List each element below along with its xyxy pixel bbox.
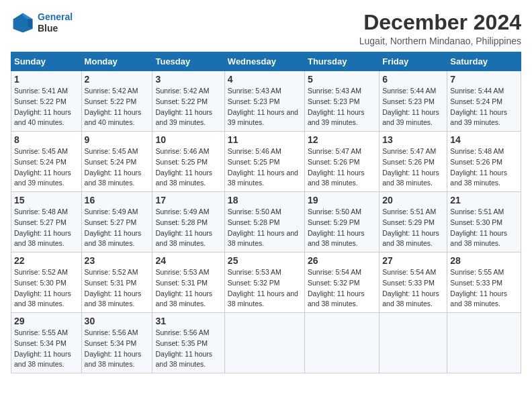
day-info: Sunrise: 5:45 AMSunset: 5:24 PMDaylight:…	[14, 146, 79, 189]
day-number: 21	[450, 195, 518, 205]
weekday-header: Thursday	[304, 52, 379, 71]
calendar-cell: 20 Sunrise: 5:51 AMSunset: 5:29 PMDaylig…	[380, 192, 447, 253]
calendar-cell: 31 Sunrise: 5:56 AMSunset: 5:35 PMDaylig…	[152, 313, 224, 373]
title-section: December 2024 Lugait, Northern Mindanao,…	[359, 11, 521, 46]
calendar-cell: 22 Sunrise: 5:52 AMSunset: 5:30 PMDaylig…	[11, 253, 82, 313]
weekday-header: Monday	[81, 52, 152, 71]
logo-text: General Blue	[38, 11, 73, 34]
header-row: SundayMondayTuesdayWednesdayThursdayFrid…	[11, 52, 521, 71]
day-info: Sunrise: 5:48 AMSunset: 5:26 PMDaylight:…	[450, 146, 518, 189]
calendar-week-row: 1 Sunrise: 5:41 AMSunset: 5:22 PMDayligh…	[11, 71, 521, 132]
day-number: 3	[155, 74, 221, 85]
calendar-cell: 29 Sunrise: 5:55 AMSunset: 5:34 PMDaylig…	[11, 313, 82, 373]
day-info: Sunrise: 5:47 AMSunset: 5:26 PMDaylight:…	[308, 146, 376, 189]
day-info: Sunrise: 5:43 AMSunset: 5:23 PMDaylight:…	[228, 86, 302, 128]
day-number: 18	[228, 195, 302, 205]
calendar-cell: 2 Sunrise: 5:42 AMSunset: 5:22 PMDayligh…	[81, 71, 152, 132]
day-number: 31	[155, 316, 221, 326]
day-info: Sunrise: 5:49 AMSunset: 5:27 PMDaylight:…	[85, 207, 150, 249]
day-number: 10	[155, 134, 221, 145]
weekday-header: Wednesday	[224, 52, 304, 71]
day-info: Sunrise: 5:50 AMSunset: 5:28 PMDaylight:…	[228, 207, 302, 249]
calendar-cell: 3 Sunrise: 5:42 AMSunset: 5:22 PMDayligh…	[152, 71, 224, 132]
calendar-cell: 27 Sunrise: 5:54 AMSunset: 5:33 PMDaylig…	[380, 253, 447, 313]
day-number: 26	[308, 255, 376, 266]
calendar-cell: 15 Sunrise: 5:48 AMSunset: 5:27 PMDaylig…	[11, 192, 82, 253]
calendar-cell: 19 Sunrise: 5:50 AMSunset: 5:29 PMDaylig…	[304, 192, 379, 253]
calendar-cell: 21 Sunrise: 5:51 AMSunset: 5:30 PMDaylig…	[447, 192, 521, 253]
day-number: 9	[85, 134, 150, 145]
day-info: Sunrise: 5:51 AMSunset: 5:29 PMDaylight:…	[382, 207, 444, 249]
calendar-cell: 8 Sunrise: 5:45 AMSunset: 5:24 PMDayligh…	[11, 132, 82, 192]
day-number: 22	[14, 255, 79, 266]
day-number: 23	[85, 255, 150, 266]
day-info: Sunrise: 5:53 AMSunset: 5:31 PMDaylight:…	[155, 267, 221, 310]
day-number: 6	[382, 74, 444, 85]
calendar-cell: 30 Sunrise: 5:56 AMSunset: 5:34 PMDaylig…	[81, 313, 152, 373]
weekday-header: Tuesday	[152, 52, 224, 71]
calendar-cell: 11 Sunrise: 5:46 AMSunset: 5:25 PMDaylig…	[224, 132, 304, 192]
calendar-week-row: 8 Sunrise: 5:45 AMSunset: 5:24 PMDayligh…	[11, 132, 521, 192]
calendar-table: SundayMondayTuesdayWednesdayThursdayFrid…	[11, 52, 521, 373]
day-info: Sunrise: 5:44 AMSunset: 5:24 PMDaylight:…	[450, 86, 518, 128]
weekday-header: Friday	[380, 52, 447, 71]
day-number: 11	[228, 134, 302, 145]
day-info: Sunrise: 5:45 AMSunset: 5:24 PMDaylight:…	[85, 146, 150, 189]
day-number: 27	[382, 255, 444, 266]
calendar-cell: 28 Sunrise: 5:55 AMSunset: 5:33 PMDaylig…	[447, 253, 521, 313]
page-header: General Blue December 2024 Lugait, North…	[11, 11, 521, 46]
calendar-cell: 24 Sunrise: 5:53 AMSunset: 5:31 PMDaylig…	[152, 253, 224, 313]
day-info: Sunrise: 5:43 AMSunset: 5:23 PMDaylight:…	[308, 86, 376, 128]
calendar-cell: 25 Sunrise: 5:53 AMSunset: 5:32 PMDaylig…	[224, 253, 304, 313]
calendar-cell: 18 Sunrise: 5:50 AMSunset: 5:28 PMDaylig…	[224, 192, 304, 253]
day-info: Sunrise: 5:44 AMSunset: 5:23 PMDaylight:…	[382, 86, 444, 128]
day-number: 4	[228, 74, 302, 85]
day-info: Sunrise: 5:55 AMSunset: 5:33 PMDaylight:…	[450, 267, 518, 310]
calendar-week-row: 29 Sunrise: 5:55 AMSunset: 5:34 PMDaylig…	[11, 313, 521, 373]
day-info: Sunrise: 5:52 AMSunset: 5:30 PMDaylight:…	[14, 267, 79, 310]
day-number: 30	[85, 316, 150, 326]
calendar-cell: 7 Sunrise: 5:44 AMSunset: 5:24 PMDayligh…	[447, 71, 521, 132]
calendar-cell: 17 Sunrise: 5:49 AMSunset: 5:28 PMDaylig…	[152, 192, 224, 253]
day-info: Sunrise: 5:51 AMSunset: 5:30 PMDaylight:…	[450, 207, 518, 249]
calendar-cell: 16 Sunrise: 5:49 AMSunset: 5:27 PMDaylig…	[81, 192, 152, 253]
calendar-cell	[380, 313, 447, 373]
day-info: Sunrise: 5:53 AMSunset: 5:32 PMDaylight:…	[228, 267, 302, 310]
day-number: 7	[450, 74, 518, 85]
day-number: 15	[14, 195, 79, 205]
calendar-cell: 13 Sunrise: 5:47 AMSunset: 5:26 PMDaylig…	[380, 132, 447, 192]
day-info: Sunrise: 5:52 AMSunset: 5:31 PMDaylight:…	[85, 267, 150, 310]
weekday-header: Sunday	[11, 52, 82, 71]
calendar-cell: 10 Sunrise: 5:46 AMSunset: 5:25 PMDaylig…	[152, 132, 224, 192]
main-title: December 2024	[359, 11, 521, 34]
calendar-cell: 12 Sunrise: 5:47 AMSunset: 5:26 PMDaylig…	[304, 132, 379, 192]
day-info: Sunrise: 5:54 AMSunset: 5:33 PMDaylight:…	[382, 267, 444, 310]
calendar-cell: 5 Sunrise: 5:43 AMSunset: 5:23 PMDayligh…	[304, 71, 379, 132]
calendar-cell	[447, 313, 521, 373]
calendar-cell: 23 Sunrise: 5:52 AMSunset: 5:31 PMDaylig…	[81, 253, 152, 313]
day-info: Sunrise: 5:56 AMSunset: 5:35 PMDaylight:…	[155, 328, 221, 370]
day-number: 12	[308, 134, 376, 145]
calendar-cell: 1 Sunrise: 5:41 AMSunset: 5:22 PMDayligh…	[11, 71, 82, 132]
logo: General Blue	[11, 11, 73, 35]
day-number: 24	[155, 255, 221, 266]
day-number: 5	[308, 74, 376, 85]
day-number: 19	[308, 195, 376, 205]
day-info: Sunrise: 5:54 AMSunset: 5:32 PMDaylight:…	[308, 267, 376, 310]
day-info: Sunrise: 5:42 AMSunset: 5:22 PMDaylight:…	[155, 86, 221, 128]
day-number: 8	[14, 134, 79, 145]
day-number: 29	[14, 316, 79, 326]
weekday-header: Saturday	[447, 52, 521, 71]
calendar-cell: 14 Sunrise: 5:48 AMSunset: 5:26 PMDaylig…	[447, 132, 521, 192]
day-info: Sunrise: 5:46 AMSunset: 5:25 PMDaylight:…	[228, 146, 302, 189]
calendar-cell	[304, 313, 379, 373]
calendar-cell: 4 Sunrise: 5:43 AMSunset: 5:23 PMDayligh…	[224, 71, 304, 132]
day-info: Sunrise: 5:50 AMSunset: 5:29 PMDaylight:…	[308, 207, 376, 249]
calendar-cell: 6 Sunrise: 5:44 AMSunset: 5:23 PMDayligh…	[380, 71, 447, 132]
day-info: Sunrise: 5:47 AMSunset: 5:26 PMDaylight:…	[382, 146, 444, 189]
day-number: 1	[14, 74, 79, 85]
day-number: 2	[85, 74, 150, 85]
day-number: 28	[450, 255, 518, 266]
calendar-cell: 9 Sunrise: 5:45 AMSunset: 5:24 PMDayligh…	[81, 132, 152, 192]
calendar-cell	[224, 313, 304, 373]
